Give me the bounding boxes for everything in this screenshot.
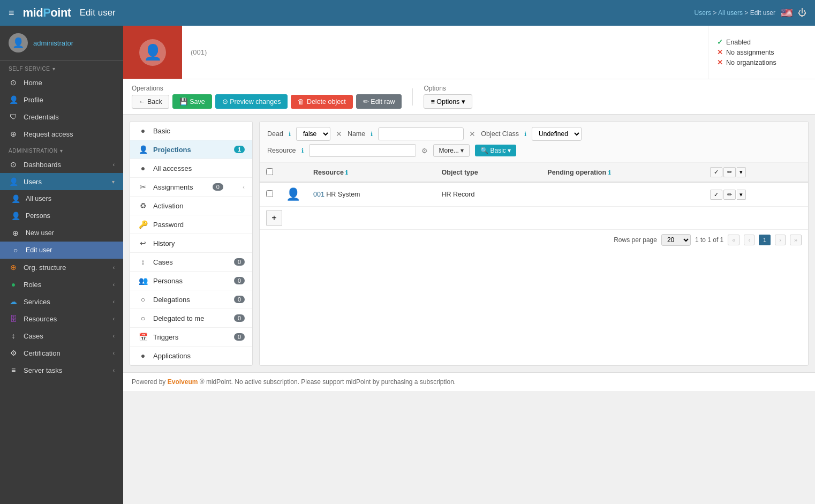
breadcrumb-current: Edit user: [750, 9, 775, 17]
cases-icon: ↕: [9, 332, 18, 340]
resource-col-info[interactable]: ℹ: [345, 169, 348, 176]
resource-column-header: Resource ℹ: [307, 163, 435, 182]
sidebar-item-users[interactable]: 👤 Users ▾: [0, 173, 123, 190]
content-area: ● Basic 👤 Projections 1 ● All accesses ✂…: [123, 115, 815, 372]
projections-badge: 1: [234, 146, 245, 153]
select-all-checkbox[interactable]: [266, 168, 273, 175]
resource-filter-label: Resource: [267, 147, 296, 154]
name-filter-clear[interactable]: ✕: [469, 130, 476, 138]
leftnav-triggers[interactable]: 📅 Triggers 0: [130, 328, 252, 347]
add-row-button[interactable]: +: [266, 210, 282, 226]
sidebar-item-home[interactable]: ⊙ Home: [0, 74, 123, 91]
object-class-info-icon[interactable]: ℹ: [524, 131, 526, 138]
delete-object-button[interactable]: 🗑 Delete object: [291, 95, 352, 109]
language-flag[interactable]: 🇺🇸: [781, 7, 793, 19]
leftnav-cases[interactable]: ↕ Cases 0: [130, 253, 252, 272]
history-icon: ↩: [138, 239, 148, 247]
sidebar-item-persons[interactable]: 👤 Persons: [0, 207, 123, 224]
sidebar-item-cases[interactable]: ↕ Cases ‹: [0, 327, 123, 344]
row-dropdown-btn[interactable]: ▾: [737, 190, 746, 200]
leftnav-delegations[interactable]: ○ Delegations 0: [130, 290, 252, 309]
leftnav-personas[interactable]: 👥 Personas 0: [130, 272, 252, 290]
leftnav-password[interactable]: 🔑 Password: [130, 215, 252, 234]
sidebar-item-roles[interactable]: ● Roles ‹: [0, 276, 123, 293]
certification-chevron: ‹: [113, 350, 115, 356]
name-filter-input[interactable]: [378, 127, 464, 140]
sidebar-username[interactable]: administrator: [33, 39, 73, 47]
row-icon-cell: 👤: [280, 182, 307, 207]
leftnav-history[interactable]: ↩ History: [130, 234, 252, 253]
pending-col-info[interactable]: ℹ: [608, 169, 610, 176]
self-service-label: SELF SERVICE ▾: [0, 61, 123, 74]
row-resource-link[interactable]: 001: [313, 191, 325, 198]
row-edit-btn[interactable]: ✏: [723, 190, 736, 200]
add-row-container: +: [260, 207, 808, 229]
sidebar-users-label: Users: [24, 178, 42, 186]
first-page-button[interactable]: «: [728, 235, 739, 245]
topnav-right: Users > All users > Edit user 🇺🇸 ⏻: [695, 7, 806, 19]
last-page-button[interactable]: »: [790, 235, 802, 245]
self-service-chevron: ▾: [52, 66, 56, 72]
sidebar-item-server-tasks[interactable]: ≡ Server tasks ‹: [0, 362, 123, 379]
rows-per-page-select[interactable]: 20 50 100: [661, 234, 691, 246]
delegated-to-me-icon: ○: [138, 314, 148, 322]
sidebar-item-dashboards[interactable]: ⊙ Dashboards ‹: [0, 156, 123, 173]
prev-page-button[interactable]: ‹: [744, 235, 754, 245]
basic-icon: ●: [138, 126, 148, 135]
sidebar-item-all-users[interactable]: 👤 All users: [0, 190, 123, 207]
activation-icon: ♻: [138, 201, 148, 210]
sidebar-item-profile[interactable]: 👤 Profile: [0, 91, 123, 108]
sidebar-item-services[interactable]: ☁ Services ‹: [0, 293, 123, 310]
breadcrumb-all-users[interactable]: All users: [718, 9, 743, 17]
leftnav-all-accesses[interactable]: ● All accesses: [130, 159, 252, 178]
app-logo: midPoint: [23, 6, 71, 20]
row-checkbox[interactable]: [266, 190, 273, 197]
sidebar-dashboards-label: Dashboards: [24, 161, 61, 169]
row-check-btn[interactable]: ✓: [710, 190, 722, 200]
personas-label: Personas: [153, 277, 183, 285]
resource-filter-gear[interactable]: ⚙: [421, 147, 428, 155]
edit-raw-button[interactable]: ✏ Edit raw: [356, 94, 402, 109]
resource-filter-input[interactable]: [309, 144, 416, 157]
sidebar-user[interactable]: 👤 administrator: [0, 26, 123, 61]
options-button[interactable]: ≡ Options ▾: [424, 94, 472, 109]
menu-icon[interactable]: ≡: [9, 7, 14, 19]
sidebar-item-request-access[interactable]: ⊕ Request access: [0, 125, 123, 142]
sidebar-item-credentials[interactable]: 🛡 Credentials: [0, 108, 123, 125]
power-icon[interactable]: ⏻: [798, 8, 806, 18]
sidebar-item-new-user[interactable]: ⊕ New user: [0, 224, 123, 242]
header-edit-btn[interactable]: ✏: [723, 167, 736, 177]
preview-changes-button[interactable]: ⊙ Preview changes: [215, 94, 288, 109]
leftnav-activation[interactable]: ♻ Activation: [130, 197, 252, 215]
leftnav-assignments[interactable]: ✂ Assignments 0 ‹: [130, 178, 252, 197]
operations-label: Operations: [132, 85, 402, 92]
name-info-icon[interactable]: ℹ: [371, 131, 373, 138]
more-filter-button[interactable]: More... ▾: [433, 144, 470, 157]
history-label: History: [153, 239, 175, 247]
basic-search-button[interactable]: 🔍 Basic ▾: [475, 145, 516, 156]
footer-product: ® midPoint. No active subscription. Plea…: [200, 378, 456, 386]
resource-info-icon[interactable]: ℹ: [301, 147, 304, 154]
cases-chevron: ‹: [113, 333, 115, 339]
sidebar-item-org-structure[interactable]: ⊕ Org. structure ‹: [0, 259, 123, 276]
leftnav-applications[interactable]: ● Applications: [130, 347, 252, 365]
next-page-button[interactable]: ›: [775, 235, 786, 245]
footer-evolveum-link[interactable]: Evolveum: [168, 378, 198, 386]
leftnav-projections[interactable]: 👤 Projections 1: [130, 140, 252, 159]
object-class-filter-select[interactable]: Undefined: [532, 127, 582, 141]
header-dropdown-btn[interactable]: ▾: [737, 167, 746, 177]
sidebar-item-edit-user[interactable]: ○ Edit user: [0, 242, 123, 259]
sidebar-item-resources[interactable]: 🗄 Resources ‹: [0, 310, 123, 327]
credentials-icon: 🛡: [9, 112, 18, 121]
save-button[interactable]: 💾 Save: [172, 94, 212, 109]
dead-filter-clear[interactable]: ✕: [336, 130, 342, 138]
back-button[interactable]: ← Back: [132, 95, 169, 109]
breadcrumb-users[interactable]: Users: [695, 9, 711, 17]
current-page-button[interactable]: 1: [759, 235, 771, 245]
sidebar-item-certification[interactable]: ⚙ Certification ‹: [0, 344, 123, 362]
header-check-btn[interactable]: ✓: [710, 167, 722, 177]
leftnav-delegated-to-me[interactable]: ○ Delegated to me 0: [130, 309, 252, 328]
dead-filter-select[interactable]: false true: [296, 127, 330, 141]
dead-info-icon[interactable]: ℹ: [289, 131, 291, 138]
leftnav-basic[interactable]: ● Basic: [130, 122, 252, 140]
